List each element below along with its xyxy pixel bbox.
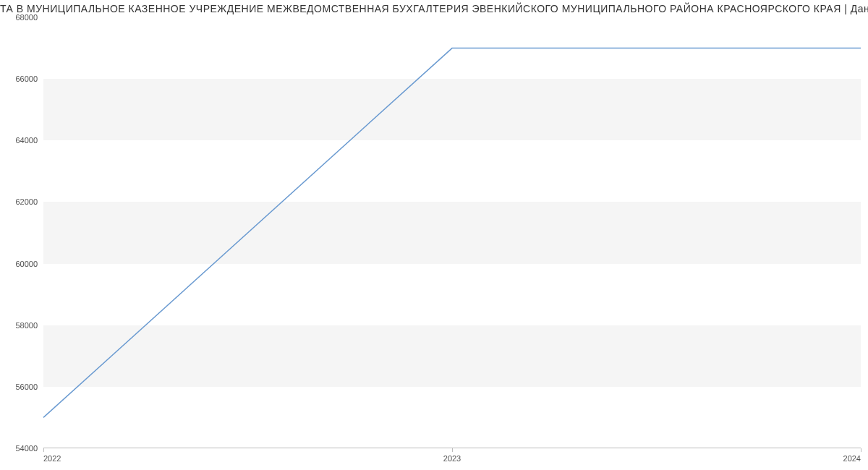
x-tick-mark	[452, 448, 453, 452]
x-tick-label: 2022	[43, 454, 61, 463]
y-tick-label: 56000	[15, 383, 38, 391]
chart-plot-area: 5400056000580006000062000640006600068000…	[43, 17, 861, 448]
y-tick-label: 66000	[15, 74, 38, 83]
line-series	[43, 17, 861, 448]
x-tick-label: 2023	[443, 454, 461, 463]
x-tick-mark	[861, 448, 861, 452]
y-tick-label: 60000	[15, 260, 38, 268]
x-tick-label: 2024	[843, 454, 861, 463]
y-tick-label: 68000	[15, 13, 38, 22]
x-tick-mark	[43, 448, 44, 452]
y-tick-label: 62000	[15, 197, 38, 206]
y-tick-label: 58000	[15, 321, 38, 330]
y-tick-label: 64000	[15, 136, 38, 145]
chart-title: ТА В МУНИЦИПАЛЬНОЕ КАЗЕННОЕ УЧРЕЖДЕНИЕ М…	[0, 0, 868, 17]
y-tick-label: 54000	[15, 444, 38, 453]
